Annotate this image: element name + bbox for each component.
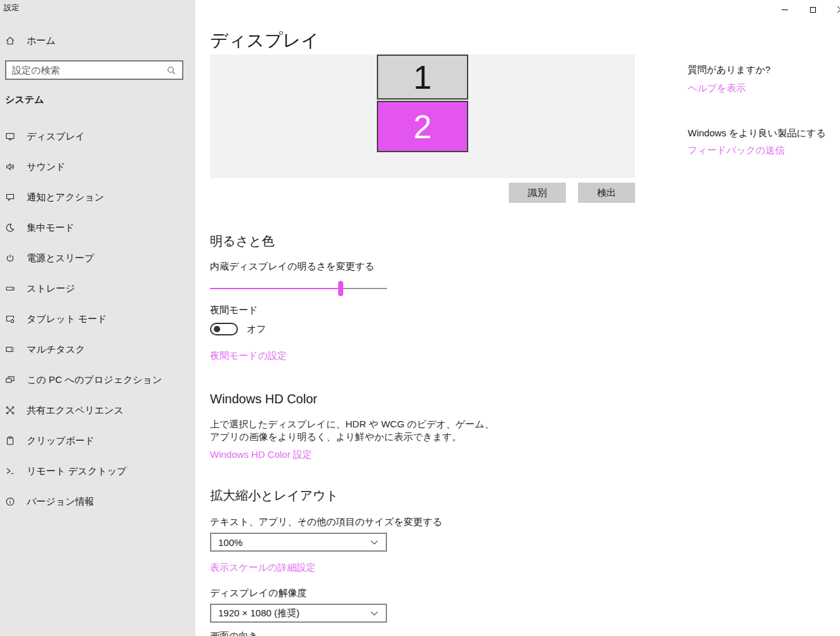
multitasking-icon: [5, 344, 15, 354]
hd-color-heading: Windows HD Color: [210, 391, 635, 407]
sidebar-item-label: 共有エクスペリエンス: [27, 405, 124, 417]
scale-layout-heading: 拡大縮小とレイアウト: [210, 487, 635, 503]
sidebar-item-power-sleep[interactable]: 電源とスリープ: [0, 249, 195, 267]
sidebar-item-label: 集中モード: [27, 222, 75, 234]
remote-desktop-icon: [5, 466, 15, 476]
sidebar-nav: ディスプレイ サウンド 通知とアクション 集中モード 電源とスリープ: [0, 127, 195, 523]
sidebar-item-notifications[interactable]: 通知とアクション: [0, 188, 195, 206]
sidebar-item-projecting[interactable]: この PC へのプロジェクション: [0, 371, 195, 389]
main-content: ディスプレイ 1 2 識別 検出 明るさと色 内蔵ディスプレイの明るさを変更する…: [210, 0, 635, 636]
brightness-section-heading: 明るさと色: [210, 233, 635, 249]
sidebar-item-remote-desktop[interactable]: リモート デスクトップ: [0, 462, 195, 480]
night-mode-toggle-row: オフ: [210, 322, 635, 336]
sidebar-item-label: バージョン情報: [27, 496, 94, 508]
brightness-slider-fill: [210, 288, 341, 289]
feedback-heading: Windows をより良い製品にする: [688, 126, 834, 140]
sidebar-item-about[interactable]: バージョン情報: [0, 493, 195, 510]
monitor-1[interactable]: 1: [377, 55, 468, 100]
sidebar-item-label: サウンド: [27, 161, 65, 173]
settings-search-box[interactable]: [5, 60, 183, 80]
scale-size-label: テキスト、アプリ、その他の項目のサイズを変更する: [210, 516, 635, 528]
tablet-mode-icon: [5, 314, 15, 324]
detect-button[interactable]: 検出: [578, 183, 635, 203]
home-icon: [5, 36, 15, 46]
brightness-slider-label: 内蔵ディスプレイの明るさを変更する: [210, 260, 635, 273]
night-mode-toggle[interactable]: [210, 323, 238, 335]
hd-color-settings-link[interactable]: Windows HD Color 設定: [210, 448, 312, 461]
minimize-button[interactable]: [770, 0, 799, 19]
focus-assist-icon: [5, 223, 15, 233]
maximize-button[interactable]: [798, 0, 827, 19]
sound-icon: [5, 162, 15, 172]
shared-experiences-icon: [5, 405, 15, 415]
sidebar-item-label: リモート デスクトップ: [27, 465, 126, 477]
get-help-link[interactable]: ヘルプを表示: [688, 82, 745, 94]
scale-dropdown[interactable]: 100%: [210, 533, 387, 552]
sidebar-item-shared-experiences[interactable]: 共有エクスペリエンス: [0, 401, 195, 419]
window-title: 設定: [4, 3, 19, 13]
question-heading: 質問がありますか?: [688, 63, 834, 77]
clipboard-icon: [5, 436, 15, 446]
monitor-arrangement-panel: 1 2: [210, 55, 635, 178]
night-mode-label: 夜間モード: [210, 304, 635, 316]
close-button[interactable]: [826, 0, 840, 19]
power-sleep-icon: [5, 253, 15, 263]
sidebar-item-label: ストレージ: [27, 283, 75, 295]
sidebar: 設定 ホーム システム ディスプレイ サウンド: [0, 0, 195, 636]
about-icon: [5, 496, 15, 507]
sidebar-item-multitasking[interactable]: マルチタスク: [0, 341, 195, 358]
sidebar-home-label: ホーム: [27, 35, 56, 47]
resolution-dropdown[interactable]: 1920 × 1080 (推奨): [210, 604, 387, 623]
monitor-buttons-row: 識別 検出: [210, 183, 635, 203]
hd-color-description: 上で選択したディスプレイに、HDR や WCG のビデオ、ゲーム、アプリの画像を…: [210, 418, 499, 443]
minimize-icon: [782, 10, 788, 10]
maximize-icon: [810, 7, 816, 13]
storage-icon: [5, 283, 15, 294]
sidebar-item-sound[interactable]: サウンド: [0, 158, 195, 176]
orientation-label: 画面の向き: [210, 630, 635, 636]
toggle-knob: [214, 326, 220, 332]
brightness-slider[interactable]: [210, 281, 387, 296]
resolution-label: ディスプレイの解像度: [210, 587, 635, 599]
sidebar-item-label: タブレット モード: [27, 313, 107, 325]
resolution-dropdown-value: 1920 × 1080 (推奨): [218, 607, 299, 620]
notifications-icon: [5, 192, 15, 202]
night-mode-state: オフ: [247, 323, 266, 335]
sidebar-item-label: 通知とアクション: [27, 191, 104, 204]
sidebar-item-focus-assist[interactable]: 集中モード: [0, 219, 195, 237]
sidebar-item-label: クリップボード: [27, 435, 95, 447]
monitor-1-number: 1: [414, 61, 432, 94]
sidebar-item-label: 電源とスリープ: [27, 252, 94, 264]
sidebar-item-storage[interactable]: ストレージ: [0, 280, 195, 297]
close-icon: [837, 6, 840, 13]
projecting-icon: [5, 375, 15, 385]
page-title: ディスプレイ: [210, 28, 635, 53]
sidebar-section-heading: システム: [5, 94, 44, 106]
advanced-scaling-link[interactable]: 表示スケールの詳細設定: [210, 561, 315, 574]
scale-dropdown-value: 100%: [218, 537, 242, 548]
sidebar-item-display[interactable]: ディスプレイ: [0, 127, 195, 145]
chevron-down-icon: [371, 540, 378, 545]
sidebar-item-tablet-mode[interactable]: タブレット モード: [0, 310, 195, 328]
monitor-2-number: 2: [414, 110, 432, 143]
sidebar-item-home[interactable]: ホーム: [5, 32, 56, 49]
night-mode-settings-link[interactable]: 夜間モードの設定: [210, 349, 287, 362]
chevron-down-icon: [371, 611, 378, 616]
sidebar-item-label: この PC へのプロジェクション: [27, 374, 162, 386]
display-icon: [5, 131, 15, 141]
search-icon[interactable]: [166, 65, 176, 75]
monitor-2[interactable]: 2: [377, 101, 468, 152]
help-rail: 質問がありますか? ヘルプを表示 Windows をより良い製品にする フィード…: [688, 63, 834, 157]
send-feedback-link[interactable]: フィードバックの送信: [688, 144, 784, 157]
sidebar-item-clipboard[interactable]: クリップボード: [0, 432, 195, 450]
brightness-slider-thumb[interactable]: [338, 281, 343, 296]
sidebar-item-label: ディスプレイ: [27, 131, 85, 143]
sidebar-item-label: マルチタスク: [27, 344, 85, 356]
identify-button[interactable]: 識別: [509, 183, 566, 203]
search-input[interactable]: [6, 65, 166, 75]
